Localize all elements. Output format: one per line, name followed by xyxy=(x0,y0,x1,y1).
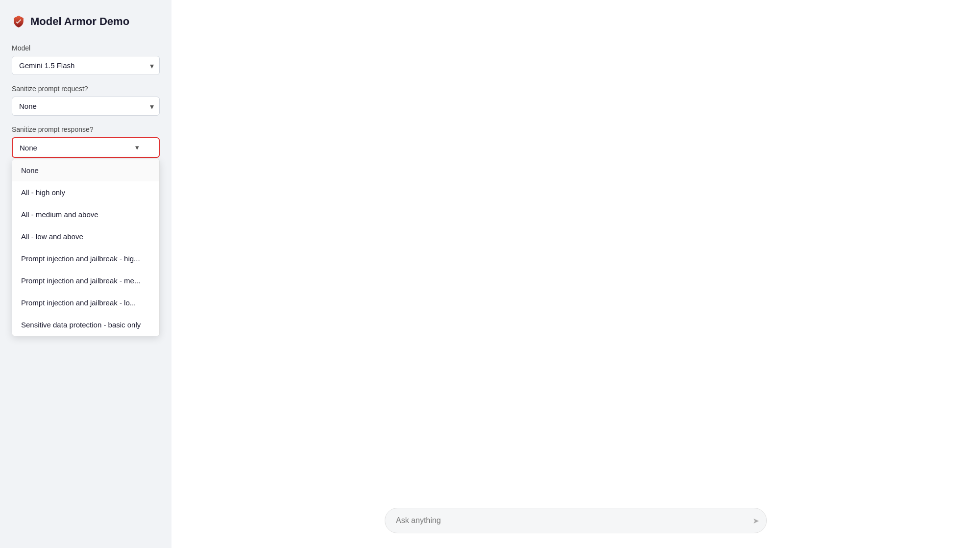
sidebar: Model Armor Demo Model Gemini 1.5 Flash … xyxy=(0,0,172,548)
shield-icon xyxy=(12,15,25,28)
dropdown-item-pi-high[interactable]: Prompt injection and jailbreak - hig... xyxy=(12,248,159,270)
chat-input-row: ➤ xyxy=(172,508,980,533)
chat-input-container: ➤ xyxy=(385,508,767,533)
model-select[interactable]: Gemini 1.5 Flash Gemini 1.0 Pro xyxy=(12,56,160,75)
dropdown-item-none[interactable]: None xyxy=(12,159,159,181)
sanitize-request-select-wrapper: None All - high only All - medium and ab… xyxy=(12,97,160,116)
app-title: Model Armor Demo xyxy=(30,15,129,28)
sanitize-response-label: Sanitize prompt response? xyxy=(12,125,160,133)
dropdown-item-pi-low[interactable]: Prompt injection and jailbreak - lo... xyxy=(12,292,159,314)
sanitize-response-dropdown: None All - high only All - medium and ab… xyxy=(12,159,160,336)
sanitize-response-chevron-icon: ▾ xyxy=(135,143,139,152)
model-select-wrapper: Gemini 1.5 Flash Gemini 1.0 Pro ▾ xyxy=(12,56,160,75)
dropdown-item-all-low[interactable]: All - low and above xyxy=(12,225,159,248)
dropdown-item-all-high[interactable]: All - high only xyxy=(12,181,159,203)
dropdown-item-pi-medium[interactable]: Prompt injection and jailbreak - me... xyxy=(12,270,159,292)
dropdown-item-sdp-basic[interactable]: Sensitive data protection - basic only xyxy=(12,314,159,336)
model-field-group: Model Gemini 1.5 Flash Gemini 1.0 Pro ▾ xyxy=(12,44,160,75)
sanitize-response-field-group: Sanitize prompt response? None ▾ None Al… xyxy=(12,125,160,158)
send-icon[interactable]: ➤ xyxy=(753,516,759,525)
app-title-row: Model Armor Demo xyxy=(12,15,160,28)
dropdown-item-all-medium[interactable]: All - medium and above xyxy=(12,203,159,225)
model-label: Model xyxy=(12,44,160,52)
sanitize-request-label: Sanitize prompt request? xyxy=(12,85,160,93)
sanitize-request-select[interactable]: None All - high only All - medium and ab… xyxy=(12,97,160,116)
chat-input[interactable] xyxy=(385,508,767,533)
sanitize-response-select-wrapper: None ▾ None All - high only All - medium… xyxy=(12,137,160,158)
main-content: ➤ xyxy=(172,0,980,548)
sanitize-request-field-group: Sanitize prompt request? None All - high… xyxy=(12,85,160,116)
chat-area xyxy=(172,0,980,548)
sanitize-response-select-display[interactable]: None ▾ xyxy=(12,137,160,158)
sanitize-response-current-value: None xyxy=(20,144,135,152)
